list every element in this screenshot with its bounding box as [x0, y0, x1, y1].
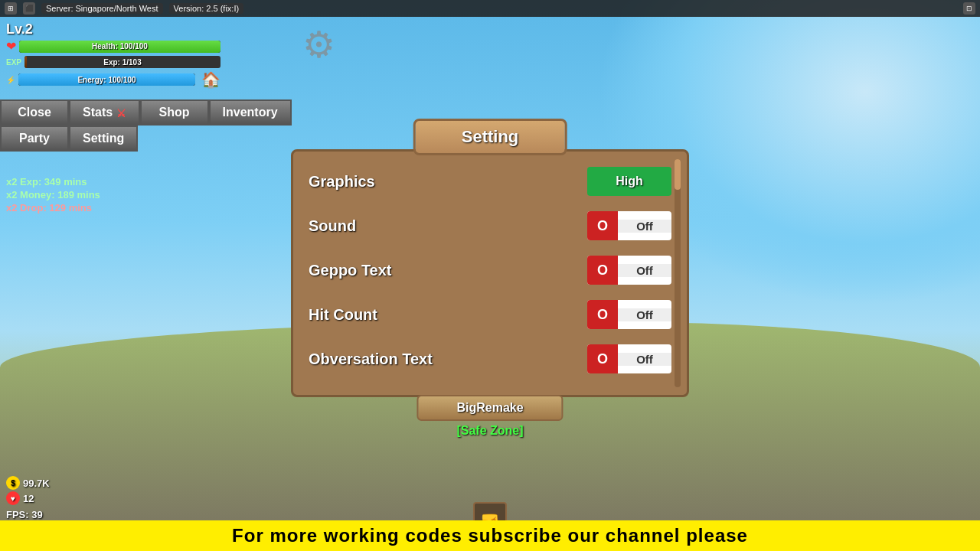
sound-row: Sound O Off	[309, 211, 671, 246]
nav-row-1: Close Stats ⚔ Shop Inventory	[0, 99, 292, 126]
geppo-toggle-right: Off	[618, 264, 671, 277]
hitcount-row: Hit Count O Off	[309, 300, 671, 335]
party-button[interactable]: Party	[0, 126, 69, 152]
home-icon[interactable]: 🏠	[201, 70, 220, 89]
caption-bar: For more working codes subscribe our cha…	[0, 520, 980, 551]
graphics-label: Graphics	[309, 173, 375, 191]
drop-bonus: x2 Drop: 129 mins	[6, 202, 100, 214]
graphics-row: Graphics High	[309, 167, 671, 202]
graphics-value: High	[616, 174, 643, 188]
obversation-label: Obversation Text	[309, 350, 433, 368]
geppo-row: Geppo Text O Off	[309, 256, 671, 291]
safe-zone-label: [Safe Zone]	[456, 424, 523, 438]
settings-icon[interactable]: ⊡	[963, 2, 975, 15]
hitcount-toggle-right: Off	[618, 308, 671, 321]
top-bar: ⊞ ⬛ Server: Singapore/North West Version…	[0, 0, 980, 17]
energy-bar-container: ⚡ Energy: 100/100 🏠	[6, 70, 220, 89]
obversation-toggle-left: O	[587, 344, 618, 373]
energy-icon: ⚡	[6, 76, 15, 84]
close-button[interactable]: Close	[0, 99, 69, 126]
heart-stat: ♥ 12	[6, 491, 50, 505]
health-label: Health: 100/100	[19, 41, 220, 53]
obversation-row: Obversation Text O Off	[309, 344, 671, 380]
setting-title-box: Setting	[413, 119, 567, 155]
obversation-toggle[interactable]: O Off	[587, 344, 671, 373]
watermark: BigRemake	[416, 395, 563, 421]
setting-title: Setting	[462, 127, 519, 146]
caption-text: For more working codes subscribe our cha…	[232, 525, 748, 546]
server-label: Server: Singapore/North West	[41, 3, 163, 14]
coin-stat: $ 99.7K	[6, 476, 50, 490]
energy-bar: Energy: 100/100	[18, 73, 195, 86]
sound-toggle[interactable]: O Off	[587, 211, 671, 240]
coin-icon: $	[6, 476, 20, 490]
heart-icon: ❤	[6, 39, 16, 54]
player-stats-panel: Lv.2 ❤ Health: 100/100 EXP Exp: 1/103 ⚡ …	[6, 21, 220, 89]
setting-nav-button[interactable]: Setting	[69, 126, 138, 152]
exp-bar-container: EXP Exp: 1/103	[6, 56, 220, 68]
sound-label: Sound	[309, 217, 356, 235]
panel-scrollbar[interactable]	[675, 159, 681, 387]
hitcount-label: Hit Count	[309, 306, 377, 324]
stats-button[interactable]: Stats ⚔	[69, 99, 140, 126]
shop-button[interactable]: Shop	[140, 99, 209, 126]
exp-icon: EXP	[6, 58, 21, 67]
exp-bar: Exp: 1/103	[24, 56, 220, 68]
geppo-label: Geppo Text	[309, 262, 392, 279]
coin-value: 99.7K	[23, 478, 50, 489]
hitcount-toggle[interactable]: O Off	[587, 300, 671, 329]
heart-value: 12	[23, 493, 34, 504]
geppo-toggle-left: O	[587, 256, 618, 285]
ship-wheel-icon: ⚙	[302, 23, 335, 66]
health-bar-container: ❤ Health: 100/100	[6, 39, 220, 54]
nav-buttons: Close Stats ⚔ Shop Inventory Party Setti…	[0, 99, 292, 152]
fps-counter: FPS: 39	[6, 509, 43, 520]
ui-layer: ⊞ ⬛ Server: Singapore/North West Version…	[0, 0, 980, 551]
energy-label: Energy: 100/100	[18, 73, 195, 86]
inventory-button[interactable]: Inventory	[209, 99, 292, 126]
nav-row-2: Party Setting	[0, 126, 292, 152]
exp-bonus: x2 Exp: 349 mins	[6, 176, 100, 187]
sound-toggle-left: O	[587, 211, 618, 240]
bottom-stats: $ 99.7K ♥ 12	[6, 476, 50, 505]
obversation-toggle-right: Off	[618, 353, 671, 366]
hitcount-toggle-left: O	[587, 300, 618, 329]
game-icon: ⬛	[23, 2, 35, 15]
version-label: Version: 2.5 (fix:I)	[169, 3, 244, 14]
health-bar: Health: 100/100	[19, 41, 220, 53]
setting-panel: Graphics High Sound O Off Geppo Text O O…	[291, 149, 689, 397]
geppo-toggle[interactable]: O Off	[587, 256, 671, 285]
roblox-icon: ⊞	[5, 2, 17, 15]
bonus-timers: x2 Exp: 349 mins x2 Money: 189 mins x2 D…	[6, 176, 100, 214]
exp-label: Exp: 1/103	[24, 56, 220, 68]
sound-toggle-right: Off	[618, 220, 671, 233]
level-badge: Lv.2	[6, 21, 220, 37]
heart-small-icon: ♥	[6, 491, 20, 505]
panel-scrollbar-thumb	[675, 159, 681, 190]
graphics-toggle[interactable]: High	[587, 167, 671, 196]
money-bonus: x2 Money: 189 mins	[6, 189, 100, 201]
swords-icon: ⚔	[116, 107, 126, 119]
